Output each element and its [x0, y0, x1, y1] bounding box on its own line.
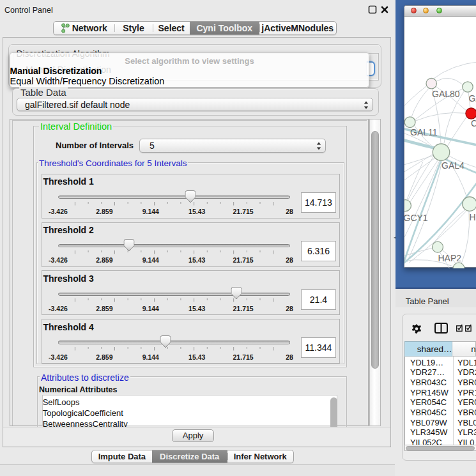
svg-text:GCY1: GCY1	[404, 212, 428, 222]
svg-text:GAL80: GAL80	[432, 88, 460, 98]
svg-text:GA: GA	[469, 93, 476, 103]
svg-text:GAL11: GAL11	[410, 127, 438, 137]
svg-text:C: C	[471, 118, 476, 128]
svg-text:HAP2: HAP2	[438, 252, 462, 263]
svg-text:GAL4: GAL4	[441, 160, 464, 171]
svg-text:H: H	[470, 211, 476, 222]
